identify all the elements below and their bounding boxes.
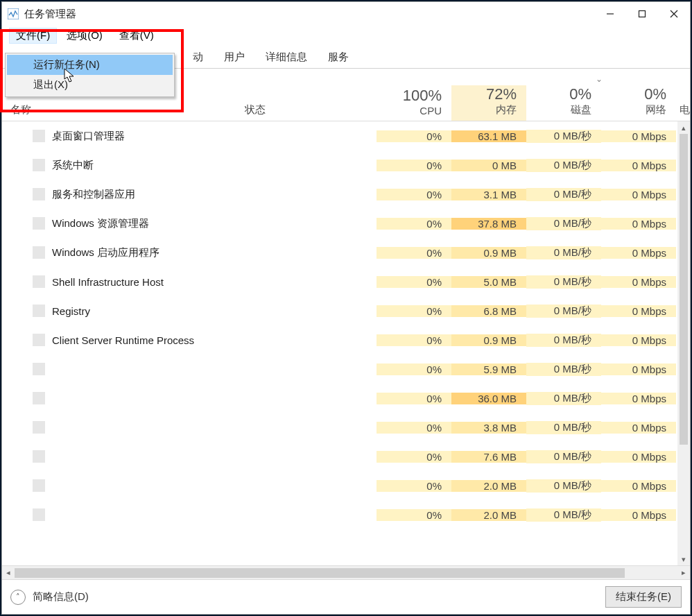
- process-name: Client Server Runtime Process: [52, 334, 194, 346]
- process-list: 桌面窗口管理器0%63.1 MB0 MB/秒0 Mbps系统中断0%0 MB0 …: [2, 121, 690, 565]
- process-name: Registry: [52, 305, 90, 317]
- process-cpu-cell: 0%: [377, 218, 451, 230]
- file-menu-dropdown: 运行新任务(N) 退出(X): [5, 53, 175, 97]
- process-icon: [33, 305, 45, 317]
- process-network-cell: 0 Mbps: [601, 363, 676, 375]
- tab-services[interactable]: 服务: [318, 46, 359, 68]
- process-name-cell: 桌面窗口管理器: [2, 130, 245, 143]
- fewer-details-button[interactable]: ˄ 简略信息(D): [10, 590, 89, 605]
- process-icon: [33, 334, 45, 346]
- table-row[interactable]: 0%2.0 MB0 MB/秒0 Mbps: [2, 471, 677, 500]
- vertical-scrollbar[interactable]: ▴ ▾: [677, 121, 690, 565]
- header-disk[interactable]: 0% 磁盘: [526, 85, 601, 121]
- process-disk-cell: 0 MB/秒: [526, 130, 601, 143]
- process-network-cell: 0 Mbps: [601, 480, 676, 492]
- menu-options[interactable]: 选项(O): [60, 28, 110, 44]
- process-icon: [33, 159, 45, 171]
- process-memory-cell: 36.0 MB: [451, 393, 526, 404]
- process-name: Windows 资源管理器: [52, 217, 149, 230]
- process-memory-cell: 7.6 MB: [451, 451, 526, 463]
- header-cpu-pct: 100%: [403, 87, 442, 104]
- scroll-thumb[interactable]: [680, 134, 688, 445]
- process-network-cell: 0 Mbps: [601, 130, 676, 142]
- minimize-button[interactable]: [594, 2, 626, 26]
- process-name-cell: 系统中断: [2, 159, 245, 172]
- horizontal-scrollbar[interactable]: ◂ ▸: [2, 565, 690, 579]
- header-net-pct: 0%: [644, 85, 666, 103]
- process-icon: [33, 479, 45, 492]
- app-icon: [8, 8, 19, 19]
- scroll-right-icon[interactable]: ▸: [677, 568, 690, 577]
- menu-item-run-new-task[interactable]: 运行新任务(N): [7, 55, 173, 75]
- process-cpu-cell: 0%: [377, 130, 451, 142]
- table-row[interactable]: 系统中断0%0 MB0 MB/秒0 Mbps: [2, 151, 677, 180]
- process-cpu-cell: 0%: [377, 160, 451, 171]
- process-icon: [33, 130, 45, 142]
- table-row[interactable]: Shell Infrastructure Host0%5.0 MB0 MB/秒0…: [2, 267, 677, 296]
- process-cpu-cell: 0%: [377, 509, 451, 521]
- table-row[interactable]: 0%7.6 MB0 MB/秒0 Mbps: [2, 442, 677, 471]
- header-power-partial[interactable]: 电: [676, 103, 692, 121]
- table-row[interactable]: 服务和控制器应用0%3.1 MB0 MB/秒0 Mbps: [2, 180, 677, 209]
- menu-file[interactable]: 文件(F): [9, 28, 57, 44]
- header-mem-pct: 72%: [486, 85, 517, 103]
- table-row[interactable]: Client Server Runtime Process0%0.9 MB0 M…: [2, 325, 677, 354]
- header-name[interactable]: 名称: [2, 103, 245, 121]
- table-row[interactable]: 桌面窗口管理器0%63.1 MB0 MB/秒0 Mbps: [2, 121, 677, 151]
- process-cpu-cell: 0%: [377, 480, 451, 492]
- table-row[interactable]: 0%5.9 MB0 MB/秒0 Mbps: [2, 354, 677, 384]
- process-network-cell: 0 Mbps: [601, 160, 676, 171]
- header-memory[interactable]: 72% 内存: [451, 85, 526, 121]
- process-memory-cell: 6.8 MB: [451, 305, 526, 317]
- menu-view[interactable]: 查看(V): [112, 28, 161, 44]
- process-icon: [33, 421, 45, 434]
- process-name-cell: Registry: [2, 305, 245, 317]
- process-name: 服务和控制器应用: [52, 188, 135, 201]
- scroll-down-icon[interactable]: ▾: [677, 553, 690, 565]
- table-row[interactable]: 0%3.8 MB0 MB/秒0 Mbps: [2, 413, 677, 442]
- process-name-cell: Shell Infrastructure Host: [2, 275, 245, 288]
- svg-rect-2: [639, 11, 646, 17]
- table-row[interactable]: 0%2.0 MB0 MB/秒0 Mbps: [2, 500, 677, 529]
- process-cpu-cell: 0%: [377, 422, 451, 434]
- header-network[interactable]: 0% 网络: [601, 85, 676, 121]
- footer: ˄ 简略信息(D) 结束任务(E): [2, 579, 690, 614]
- tab-startup-partial[interactable]: 动: [182, 46, 214, 68]
- header-disk-label: 磁盘: [526, 103, 591, 117]
- maximize-button[interactable]: [626, 2, 658, 26]
- process-memory-cell: 0 MB: [451, 160, 526, 171]
- process-icon: [33, 188, 45, 200]
- process-memory-cell: 2.0 MB: [451, 480, 526, 492]
- process-name-cell: Client Server Runtime Process: [2, 334, 245, 346]
- process-disk-cell: 0 MB/秒: [526, 188, 601, 201]
- table-row[interactable]: Windows 资源管理器0%37.8 MB0 MB/秒0 Mbps: [2, 209, 677, 238]
- process-name: 桌面窗口管理器: [52, 130, 125, 143]
- process-memory-cell: 37.8 MB: [451, 218, 526, 230]
- tab-details[interactable]: 详细信息: [255, 46, 318, 68]
- process-network-cell: 0 Mbps: [601, 451, 676, 463]
- header-status[interactable]: 状态: [245, 103, 377, 121]
- menu-item-exit[interactable]: 退出(X): [7, 75, 173, 95]
- fewer-details-label: 简略信息(D): [33, 590, 89, 604]
- table-row[interactable]: 0%36.0 MB0 MB/秒0 Mbps: [2, 384, 677, 413]
- process-icon: [33, 217, 45, 230]
- process-icon: [33, 392, 45, 404]
- end-task-button[interactable]: 结束任务(E): [605, 586, 682, 608]
- header-net-label: 网络: [601, 103, 666, 117]
- table-row[interactable]: Windows 启动应用程序0%0.9 MB0 MB/秒0 Mbps: [2, 238, 677, 267]
- process-disk-cell: 0 MB/秒: [526, 421, 601, 434]
- process-icon: [33, 508, 45, 521]
- hscroll-thumb[interactable]: [15, 568, 625, 578]
- process-cpu-cell: 0%: [377, 247, 451, 259]
- tab-users[interactable]: 用户: [214, 46, 255, 68]
- scroll-left-icon[interactable]: ◂: [2, 568, 15, 577]
- table-row[interactable]: Registry0%6.8 MB0 MB/秒0 Mbps: [2, 296, 677, 325]
- window-controls: [594, 2, 690, 26]
- header-cpu[interactable]: 100% CPU: [377, 87, 451, 121]
- process-cpu-cell: 0%: [377, 451, 451, 463]
- process-name-cell: 服务和控制器应用: [2, 188, 245, 201]
- chevron-down-icon[interactable]: ⌄: [596, 74, 603, 84]
- close-button[interactable]: [658, 2, 690, 26]
- process-name-cell: [2, 508, 245, 521]
- scroll-up-icon[interactable]: ▴: [677, 121, 690, 134]
